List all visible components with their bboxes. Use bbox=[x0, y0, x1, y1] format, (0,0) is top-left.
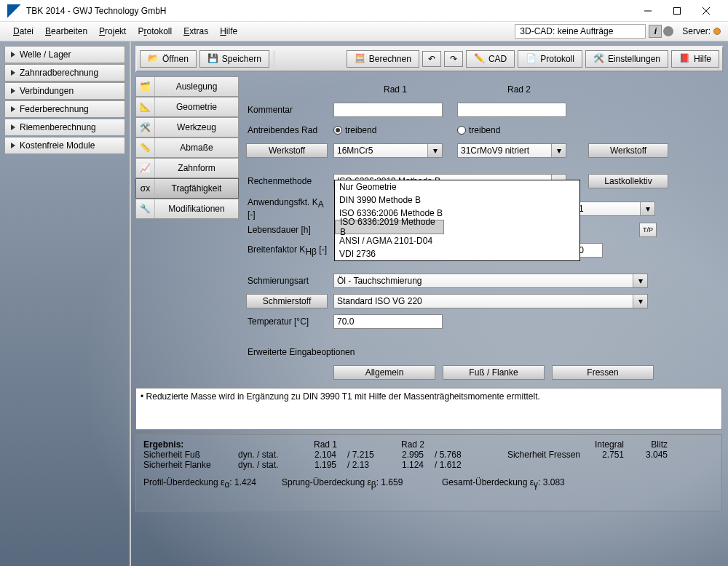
svg-rect-1 bbox=[674, 7, 681, 14]
cad-button[interactable]: ✏️CAD bbox=[466, 50, 515, 68]
tab-tragfaehigkeit[interactable]: σxTragfähigkeit bbox=[135, 178, 239, 199]
chevron-down-icon: ▾ bbox=[427, 144, 442, 157]
tab-icon: 🔧 bbox=[136, 199, 155, 218]
schmierungsart-select[interactable]: Öl - Tauchschmierung▾ bbox=[333, 274, 648, 288]
redo-button[interactable]: ↷ bbox=[444, 51, 463, 67]
row-label: Sicherheit Flanke bbox=[143, 460, 238, 470]
lebensdauer-label: Lebensdauer [h] bbox=[246, 225, 333, 235]
calculate-button[interactable]: 🧮Berechnen bbox=[347, 50, 419, 68]
minimize-button[interactable] bbox=[633, 1, 662, 21]
help-button[interactable]: 📕Hilfe bbox=[671, 50, 719, 68]
fressen-button[interactable]: Fressen bbox=[552, 365, 654, 380]
server-status-icon bbox=[713, 28, 721, 35]
erweiterte-label: Erweiterte Eingabeoptionen bbox=[246, 347, 355, 357]
tab-werkzeug[interactable]: 🛠️Werkzeug bbox=[135, 117, 239, 137]
sidebar-item-label: Verbindungen bbox=[20, 86, 74, 96]
temperatur-input[interactable] bbox=[333, 314, 443, 329]
kommentar-rad1-input[interactable] bbox=[333, 103, 443, 117]
button-label: Protokoll bbox=[540, 54, 574, 64]
label: Gesamt-Überdeckung ε bbox=[442, 477, 534, 487]
button-label: Hilfe bbox=[694, 54, 711, 64]
kommentar-rad2-input[interactable] bbox=[457, 103, 566, 117]
cad-status-field[interactable]: 3D-CAD: keine Aufträge bbox=[515, 24, 646, 39]
menu-protokoll[interactable]: Protokoll bbox=[132, 24, 178, 39]
tab-label: Geometrie bbox=[155, 102, 238, 112]
tab-modifikationen[interactable]: 🔧Modifikationen bbox=[135, 199, 239, 219]
tab-auslegung[interactable]: 🗂️Auslegung bbox=[135, 76, 239, 97]
window-title: TBK 2014 - GWJ Technology GmbH bbox=[26, 6, 633, 16]
lastkollektiv-button[interactable]: Lastkollektiv bbox=[588, 174, 668, 188]
select-value: Standard ISO VG 220 bbox=[337, 296, 422, 306]
dropdown-option-selected[interactable]: ISO 6336:2019 Methode B bbox=[335, 220, 444, 234]
close-button[interactable] bbox=[692, 1, 721, 21]
kommentar-label: Kommentar bbox=[246, 105, 333, 115]
row-label: Sicherheit Fressen bbox=[478, 450, 580, 460]
protokoll-button[interactable]: 📄Protokoll bbox=[518, 50, 582, 68]
menu-projekt[interactable]: Projekt bbox=[93, 24, 132, 39]
button-label: CAD bbox=[488, 54, 507, 64]
sidebar-item-kostenfreie-module[interactable]: Kostenfreie Module bbox=[4, 137, 125, 154]
book-icon: 📕 bbox=[679, 53, 691, 65]
menu-extras[interactable]: Extras bbox=[178, 24, 214, 39]
label: Sprung-Überdeckung ε bbox=[282, 477, 371, 487]
tab-abmasse[interactable]: 📏Abmaße bbox=[135, 137, 239, 158]
cad-icon: ✏️ bbox=[474, 53, 486, 65]
werkstoff-rad2-select[interactable]: 31CrMoV9 nitriert▾ bbox=[457, 143, 566, 158]
open-button[interactable]: 📂Öffnen bbox=[140, 50, 197, 68]
menu-bar: Datei Bearbeiten Projekt Protokoll Extra… bbox=[0, 22, 728, 41]
tab-zahnform[interactable]: 📈Zahnform bbox=[135, 158, 239, 178]
sidebar-item-federberechnung[interactable]: Federberechnung bbox=[4, 100, 125, 118]
results-col-blitz: Blitz bbox=[624, 439, 668, 450]
info-icon[interactable]: i bbox=[649, 25, 662, 38]
maximize-button[interactable] bbox=[662, 1, 692, 21]
chevron-down-icon: ▾ bbox=[551, 144, 566, 157]
column-header-rad2: Rad 2 bbox=[457, 84, 581, 95]
tab-geometrie[interactable]: 📐Geometrie bbox=[135, 97, 239, 117]
undo-button[interactable]: ↶ bbox=[422, 51, 441, 67]
fuss-flanke-button[interactable]: Fuß / Flanke bbox=[443, 365, 545, 380]
schmierstoff-select[interactable]: Standard ISO VG 220▾ bbox=[333, 294, 648, 308]
settings-button[interactable]: 🛠️Einstellungen bbox=[585, 50, 668, 68]
document-icon: 📄 bbox=[526, 53, 537, 65]
chevron-right-icon bbox=[11, 106, 15, 112]
dropdown-option[interactable]: DIN 3990 Methode B bbox=[335, 194, 579, 207]
menu-datei[interactable]: Datei bbox=[7, 24, 39, 39]
rechenmethode-dropdown-list[interactable]: Nur Geometrie DIN 3990 Methode B ISO 633… bbox=[334, 180, 580, 261]
main-toolbar: 📂Öffnen 💾Speichern 🧮Berechnen ↶ ↷ ✏️CAD … bbox=[135, 46, 724, 72]
period-button[interactable]: T/P bbox=[639, 223, 657, 237]
tab-icon: 🛠️ bbox=[136, 118, 155, 137]
chevron-right-icon bbox=[11, 88, 15, 94]
save-button[interactable]: 💾Speichern bbox=[199, 50, 269, 68]
tab-label: Zahnform bbox=[155, 163, 238, 173]
schmierstoff-button[interactable]: Schmierstoff bbox=[246, 294, 328, 308]
schmierungsart-label: Schmierungsart bbox=[246, 276, 333, 286]
sidebar-item-zahnradberechnung[interactable]: Zahnradberechnung bbox=[4, 64, 125, 81]
menu-hilfe[interactable]: Hilfe bbox=[214, 24, 243, 39]
tab-icon: 📈 bbox=[136, 159, 155, 178]
label: Profil-Überdeckung ε bbox=[143, 477, 224, 487]
werkstoff-button-left[interactable]: Werkstoff bbox=[246, 143, 328, 158]
vertical-tabs: 🗂️Auslegung 📐Geometrie 🛠️Werkzeug 📏Abmaß… bbox=[135, 76, 239, 219]
value: 1.659 bbox=[381, 477, 403, 487]
radio-treibend-rad2[interactable] bbox=[457, 126, 466, 135]
select-value: 31CrMoV9 nitriert bbox=[461, 146, 529, 156]
sidebar-item-verbindungen[interactable]: Verbindungen bbox=[4, 82, 125, 100]
sidebar-item-label: Riemenberechnung bbox=[20, 122, 96, 132]
werkstoff-button-right[interactable]: Werkstoff bbox=[588, 143, 668, 158]
period-icon: T/P bbox=[643, 226, 653, 234]
chevron-down-icon: ▾ bbox=[633, 295, 647, 308]
anwendung-value-select[interactable]: 1▾ bbox=[575, 202, 655, 216]
value: 2.104 bbox=[304, 450, 347, 460]
dropdown-option[interactable]: Nur Geometrie bbox=[335, 180, 579, 194]
settings-dot-icon[interactable] bbox=[663, 26, 673, 36]
radio-label: treibend bbox=[469, 125, 500, 135]
dropdown-option[interactable]: VDI 2736 bbox=[335, 247, 579, 260]
werkstoff-rad1-select[interactable]: 16MnCr5▾ bbox=[333, 143, 443, 158]
allgemein-button[interactable]: Allgemein bbox=[333, 365, 435, 380]
menu-bearbeiten[interactable]: Bearbeiten bbox=[39, 24, 93, 39]
select-value: Öl - Tauchschmierung bbox=[337, 276, 422, 286]
radio-treibend-rad1[interactable] bbox=[333, 126, 342, 135]
tab-label: Tragfähigkeit bbox=[155, 183, 238, 194]
sidebar-item-riemenberechnung[interactable]: Riemenberechnung bbox=[4, 119, 125, 136]
sidebar-item-welle-lager[interactable]: Welle / Lager bbox=[4, 46, 125, 63]
